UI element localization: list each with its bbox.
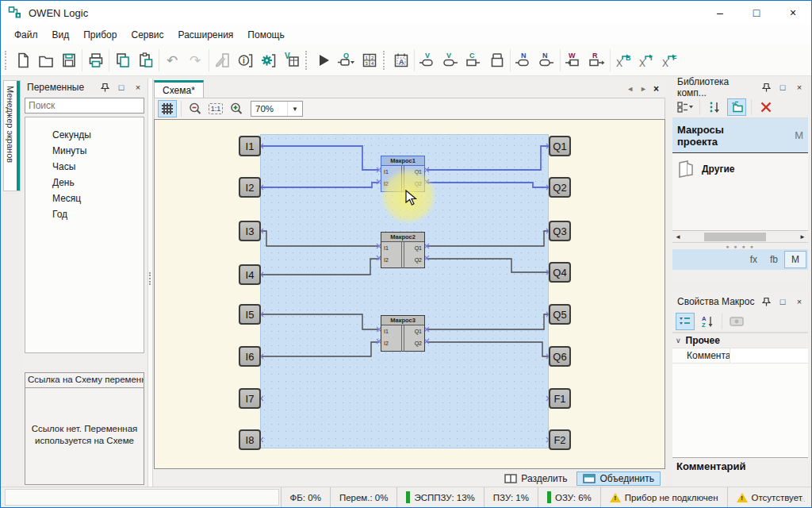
variable-item[interactable]: Секунды <box>52 127 144 143</box>
net-output-block-button[interactable]: N <box>535 47 558 74</box>
scroll-right-icon[interactable]: ► <box>797 233 808 241</box>
wire[interactable] <box>261 231 379 246</box>
library-tab-fb[interactable]: fb <box>764 252 784 267</box>
wire[interactable] <box>261 314 379 329</box>
zoom-reset-button[interactable]: 1:1 <box>206 100 225 117</box>
close-panel-icon[interactable]: × <box>794 296 805 307</box>
redo-button[interactable]: ↷ <box>184 47 207 74</box>
io-block-I3[interactable]: I3 <box>239 221 261 241</box>
wire[interactable] <box>427 314 549 329</box>
zoom-in-button[interactable] <box>227 100 246 117</box>
menu-item-2[interactable]: Вид <box>45 26 77 44</box>
io-block-Q3[interactable]: Q3 <box>549 221 571 241</box>
io-block-F1[interactable]: F1 <box>549 388 571 409</box>
resize-grip[interactable]: ∴ <box>801 497 809 505</box>
maximize-panel-icon[interactable]: □ <box>777 82 788 93</box>
macro-block[interactable]: Макрос3I1I2Q1Q2 <box>381 315 425 352</box>
open-project-button[interactable] <box>34 47 57 74</box>
maximize-panel-icon[interactable]: □ <box>777 296 788 307</box>
categorized-view-button[interactable] <box>676 313 695 330</box>
library-item-other[interactable]: Другие <box>677 160 803 179</box>
io-block-I7[interactable]: I7 <box>239 388 261 409</box>
variable-item[interactable]: День <box>52 175 144 190</box>
close-panel-icon[interactable]: × <box>132 82 144 93</box>
delete-button[interactable] <box>756 98 776 116</box>
read-block-button[interactable]: R <box>585 47 608 74</box>
convert-to-int-button[interactable]: XI <box>635 47 658 74</box>
device-info-button[interactable]: i <box>234 47 257 74</box>
simulation-button[interactable] <box>312 47 335 74</box>
calendar-block-button[interactable]: A <box>389 47 412 74</box>
save-project-button[interactable] <box>57 47 80 74</box>
zoom-out-button[interactable] <box>186 100 205 117</box>
net-variables-table-button[interactable]: 1234 <box>358 47 381 74</box>
menu-item-4[interactable]: Сервис <box>124 26 170 44</box>
convert-to-float-button[interactable]: XF <box>658 47 681 74</box>
io-block-Q2[interactable]: Q2 <box>549 177 571 198</box>
pin-icon[interactable] <box>760 296 772 307</box>
constant-block-button[interactable]: C <box>462 47 485 74</box>
io-block-I1[interactable]: I1 <box>239 136 261 156</box>
input-variable-block-button[interactable]: V <box>416 47 439 74</box>
wire[interactable] <box>261 342 379 356</box>
split-view-button[interactable]: Разделить <box>498 471 573 486</box>
scrollbar-thumb[interactable] <box>704 233 767 241</box>
pin-icon[interactable] <box>760 82 772 93</box>
menu-item-3[interactable]: Прибор <box>76 26 124 44</box>
macro-library-button[interactable] <box>485 47 508 74</box>
property-value-field[interactable] <box>730 348 808 363</box>
tab-scroll-right-icon[interactable]: ► <box>640 85 647 93</box>
maximize-panel-icon[interactable]: □ <box>116 82 127 93</box>
property-row-comment[interactable]: Комментарий <box>672 348 808 364</box>
io-block-I8[interactable]: I8 <box>239 429 261 450</box>
wire[interactable] <box>427 183 549 187</box>
device-settings-button[interactable] <box>257 47 280 74</box>
toolbar-drag-handle[interactable] <box>5 51 9 70</box>
new-project-button[interactable] <box>11 47 34 74</box>
menu-item-6[interactable]: Помощь <box>240 26 291 44</box>
collapse-chevron-icon[interactable]: ∨ <box>676 337 681 344</box>
folders-view-button[interactable] <box>727 98 746 116</box>
write-block-button[interactable]: W <box>562 47 585 74</box>
io-block-Q1[interactable]: Q1 <box>549 136 571 156</box>
paste-button[interactable] <box>134 47 157 74</box>
variable-item[interactable]: Часы <box>52 159 144 175</box>
panel-resize-handle[interactable]: ● ● ● ● <box>672 243 808 249</box>
grid-toggle-button[interactable] <box>158 100 177 117</box>
print-button[interactable] <box>84 47 107 74</box>
io-block-I4[interactable]: I4 <box>239 264 261 285</box>
tab-scroll-left-icon[interactable]: ◄ <box>626 85 634 93</box>
menu-item-5[interactable]: Расширения <box>171 26 241 44</box>
io-block-F2[interactable]: F2 <box>549 429 571 450</box>
screen-manager-tab[interactable]: Менеджер экранов <box>3 80 21 191</box>
scroll-left-icon[interactable]: ◄ <box>672 233 684 241</box>
schema-canvas[interactable]: I1I2I3I4I5I6I7I8Q1Q2Q3Q4Q5Q6F1F2Макрос1I… <box>154 119 665 469</box>
minimize-button[interactable]: – <box>702 1 738 25</box>
variable-item[interactable]: Месяц <box>52 190 144 206</box>
variable-item[interactable]: Год <box>52 206 144 222</box>
wire[interactable] <box>427 231 549 246</box>
output-variable-block-button[interactable]: V <box>439 47 462 74</box>
io-block-I2[interactable]: I2 <box>239 177 261 198</box>
panel-splitter[interactable] <box>147 79 153 487</box>
sort-button[interactable] <box>705 98 724 116</box>
wire[interactable] <box>427 146 549 170</box>
toolbar-drag-handle[interactable] <box>305 51 309 70</box>
alphabetical-sort-button[interactable]: AZ <box>698 313 717 330</box>
wire[interactable] <box>427 259 549 272</box>
undo-button[interactable]: ↶ <box>161 47 184 74</box>
close-button[interactable]: × <box>775 1 811 25</box>
wire[interactable] <box>427 342 549 356</box>
variable-table-button[interactable]: V <box>280 47 303 74</box>
close-panel-icon[interactable]: × <box>794 82 805 93</box>
view-mode-button[interactable] <box>676 98 695 116</box>
net-input-block-button[interactable]: N <box>512 47 535 74</box>
add-output-button[interactable]: Q <box>335 47 358 74</box>
wire[interactable] <box>261 146 379 170</box>
convert-to-bool-button[interactable]: XB <box>612 47 635 74</box>
variable-item[interactable]: Минуты <box>52 143 144 159</box>
tab-close-icon[interactable]: × <box>653 83 659 94</box>
pin-icon[interactable] <box>99 82 110 93</box>
tab-schema[interactable]: Схема* <box>154 80 204 98</box>
io-block-Q4[interactable]: Q4 <box>549 262 571 283</box>
